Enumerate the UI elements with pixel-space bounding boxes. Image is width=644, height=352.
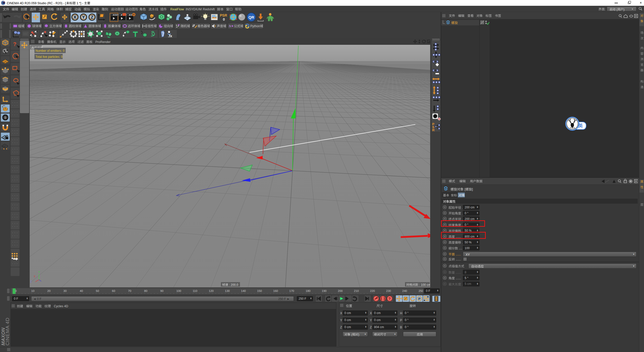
svg-text:X: X	[73, 15, 76, 20]
svg-text:230: 230	[386, 289, 391, 292]
svg-text:10: 10	[31, 289, 34, 292]
svg-text:Python: Python	[250, 24, 260, 28]
svg-text:.fx: .fx	[168, 34, 172, 38]
svg-text:250: 250	[419, 289, 423, 292]
svg-text:P: P	[418, 297, 421, 301]
svg-text:INSYDIUM: INSYDIUM	[186, 7, 202, 11]
svg-text:220: 220	[370, 289, 375, 292]
svg-text:60: 60	[112, 289, 115, 292]
svg-text:150: 150	[257, 289, 262, 292]
svg-text:......: ......	[455, 277, 461, 280]
svg-text:000: 000	[23, 33, 27, 35]
svg-text:......: ......	[455, 258, 461, 261]
svg-text:(: (	[350, 333, 352, 336]
svg-text:): )	[623, 8, 624, 11]
svg-text::: :	[605, 8, 606, 11]
svg-text:Redshift: Redshift	[203, 7, 215, 11]
svg-text:40: 40	[80, 289, 83, 292]
svg-text:210: 210	[354, 289, 359, 292]
svg-text:Z: Z	[91, 15, 93, 20]
svg-text:160: 160	[273, 289, 278, 292]
svg-text:130: 130	[225, 289, 230, 292]
svg-text:CINEMA 4D R20.059 Studio (RC -: CINEMA 4D R20.059 Studio (RC - R20) - [	[7, 2, 66, 5]
svg-text:20: 20	[47, 289, 51, 292]
svg-text:ProRender: ProRender	[95, 40, 110, 44]
svg-text:R: R	[432, 128, 435, 132]
svg-text:0: 0	[223, 17, 225, 21]
svg-text:110: 110	[193, 289, 197, 292]
svg-text:100: 100	[176, 289, 181, 292]
svg-text:1 *] -: 1 *] -	[76, 2, 84, 5]
svg-text:30: 30	[63, 289, 67, 292]
svg-text:0: 0	[15, 289, 17, 292]
svg-text:Y: Y	[38, 271, 40, 274]
svg-text:90: 90	[160, 289, 164, 292]
svg-text:QR: QR	[249, 15, 254, 19]
svg-text:?: ?	[13, 41, 16, 47]
svg-text:]: ]	[472, 187, 473, 191]
svg-text:RealFlow: RealFlow	[170, 7, 184, 11]
svg-text:180: 180	[306, 289, 310, 292]
svg-text:50: 50	[96, 289, 99, 292]
svg-text:200: 200	[338, 289, 343, 292]
svg-text:80: 80	[144, 289, 147, 292]
svg-text:?: ?	[388, 296, 391, 301]
svg-text:......: ......	[455, 253, 461, 256]
svg-text:190: 190	[322, 289, 327, 292]
svg-text:X: X	[34, 275, 35, 278]
svg-text:: 200.0: : 200.0	[228, 283, 238, 287]
svg-text:70: 70	[128, 289, 131, 292]
svg-text:(: (	[616, 8, 617, 11]
svg-text:120: 120	[209, 289, 214, 292]
svg-text:140: 140	[241, 289, 246, 292]
svg-text:....: ....	[458, 247, 462, 250]
svg-text:170: 170	[289, 289, 294, 292]
svg-text:Z: Z	[30, 280, 32, 283]
svg-text:: 100 cm: : 100 cm	[418, 283, 431, 287]
svg-text:Y: Y	[82, 15, 85, 20]
svg-text:......: ......	[455, 271, 461, 274]
svg-text:240: 240	[402, 289, 407, 292]
svg-text:[: [	[464, 187, 466, 191]
svg-text:XY: XY	[466, 253, 470, 256]
svg-text:PSR: PSR	[220, 13, 227, 17]
svg-text:): )	[358, 333, 359, 336]
svg-text:Cycles 4D: Cycles 4D	[54, 304, 68, 308]
svg-text:fx: fx	[229, 24, 231, 28]
